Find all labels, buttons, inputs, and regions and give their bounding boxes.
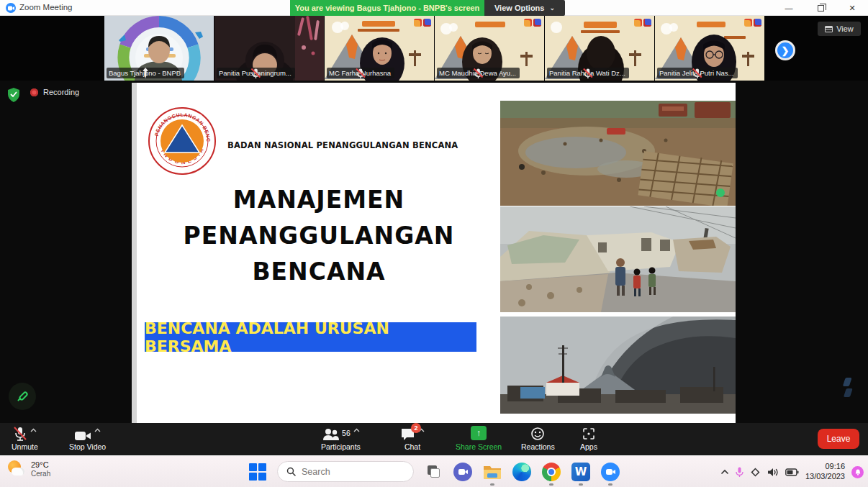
minimize-button[interactable]: — xyxy=(773,0,805,16)
taskbar-center-icons: W xyxy=(248,461,620,482)
unmute-label: Unmute xyxy=(12,442,38,451)
zoom-control-toolbar: Unmute Stop Video 56 xyxy=(0,423,868,455)
reactions-label: Reactions xyxy=(521,442,555,451)
watermark-logo xyxy=(838,377,857,399)
windows-logo-icon xyxy=(249,463,266,481)
slide-title-line: MANAJEMEN xyxy=(137,182,500,218)
clock-time: 09:16 xyxy=(805,462,845,472)
app-badge-icon xyxy=(634,19,642,27)
close-button[interactable]: ✕ xyxy=(836,0,868,16)
tray-network-icon[interactable] xyxy=(750,468,761,477)
taskbar-clock[interactable]: 09:16 13/03/2023 xyxy=(805,462,845,482)
gallery-view-icon xyxy=(825,26,833,32)
leave-button[interactable]: Leave xyxy=(818,429,859,449)
participant-tile-farha[interactable]: MC Farha Nurhasna xyxy=(325,16,434,81)
next-participants-page-button[interactable]: ❯ xyxy=(775,40,795,60)
stop-video-button[interactable]: Stop Video xyxy=(69,426,106,451)
windows-taskbar: 29°C Cerah xyxy=(0,455,868,487)
muted-mic-icon xyxy=(547,68,629,78)
word-button[interactable]: W xyxy=(571,462,591,482)
reactions-smiley-icon xyxy=(530,427,545,441)
caret-up-icon[interactable] xyxy=(30,428,37,432)
edge-browser-button[interactable] xyxy=(512,462,532,482)
shared-screen-stage: Recording PENANGGULANGAN BENCANA I N D O… xyxy=(0,81,868,423)
share-screen-icon: ↑ xyxy=(471,426,487,440)
recording-indicator[interactable]: Recording xyxy=(30,88,79,96)
view-options-button[interactable]: View Options ⌄ xyxy=(484,0,565,16)
participant-tile-puspaningrum[interactable]: Panitia Puspaningrum... xyxy=(214,16,324,81)
nameplate: MC Maudhia Dewa Ayu... xyxy=(437,68,520,78)
pencil-icon xyxy=(16,390,29,403)
participant-tile-jelita[interactable]: Panitia Jelita Putri Nas... xyxy=(655,16,764,81)
app-badge-icon xyxy=(533,19,541,27)
nameplate: Panitia Puspaningrum... xyxy=(217,68,295,78)
share-screen-button[interactable]: ↑ Share Screen xyxy=(456,426,502,451)
teams-chat-button[interactable] xyxy=(453,462,473,482)
restore-button[interactable] xyxy=(805,0,836,16)
view-layout-button[interactable]: View xyxy=(818,22,861,36)
search-input[interactable] xyxy=(302,467,395,477)
tray-battery-icon[interactable] xyxy=(785,468,799,476)
zoom-meeting-window: Zoom Meeting You are viewing Bagus Tjahj… xyxy=(0,0,868,487)
tray-volume-icon[interactable] xyxy=(767,468,779,477)
chat-button[interactable]: 2 Chat xyxy=(400,426,425,451)
slide-title-line: PENANGGULANGAN xyxy=(137,218,500,254)
video-camera-icon xyxy=(74,428,91,444)
file-explorer-button[interactable] xyxy=(482,462,502,482)
weather-sun-cloud-icon xyxy=(7,460,26,478)
apps-button[interactable]: Apps xyxy=(580,426,597,451)
caret-up-icon[interactable] xyxy=(353,428,360,432)
minimize-icon: — xyxy=(785,4,793,12)
participant-tile-maudhia[interactable]: MC Maudhia Dewa Ayu... xyxy=(435,16,544,81)
muted-mic-icon xyxy=(437,68,520,78)
slide-title-line: BENCANA xyxy=(137,254,500,290)
tile-app-badges xyxy=(524,19,541,27)
participants-icon xyxy=(322,427,339,442)
tray-mic-icon[interactable] xyxy=(736,467,743,478)
reactions-button[interactable]: Reactions xyxy=(521,426,555,451)
stop-video-label: Stop Video xyxy=(69,442,106,451)
muted-mic-icon xyxy=(13,426,27,442)
meeting-info-shield-icon[interactable] xyxy=(7,88,20,105)
participants-button[interactable]: 56 Participants xyxy=(321,426,361,451)
tile-app-badges xyxy=(744,19,761,27)
weather-widget[interactable]: 29°C Cerah xyxy=(7,460,50,478)
photo-volcano-eruption xyxy=(500,317,736,414)
nameplate: MC Farha Nurhasna xyxy=(327,68,394,78)
teams-chat-icon xyxy=(453,463,472,481)
window-titlebar: Zoom Meeting You are viewing Bagus Tjahj… xyxy=(0,0,868,16)
task-view-button[interactable] xyxy=(423,462,443,482)
pin-icon xyxy=(107,68,184,78)
notification-bell-icon[interactable] xyxy=(851,466,864,478)
caret-up-icon[interactable] xyxy=(94,428,101,432)
tray-expand-chevron-icon[interactable] xyxy=(720,469,729,475)
window-title: Zoom Meeting xyxy=(19,3,73,12)
bnpb-logo: PENANGGULANGAN BENCANA I N D O N E S I A xyxy=(148,106,217,176)
participant-tile-rahma[interactable]: Panitia Rahma Wati Dz... xyxy=(545,16,654,81)
tile-app-badges xyxy=(414,19,431,27)
screen-share-banner: You are viewing Bagus Tjahjono - BNPB's … xyxy=(290,0,484,16)
weather-desc: Cerah xyxy=(31,470,50,478)
unmute-button[interactable]: Unmute xyxy=(12,426,38,451)
weather-temp: 29°C xyxy=(31,460,50,470)
window-controls: — ✕ xyxy=(773,0,868,16)
video-thumbnail-strip: Bagus Tjahjono - BNPB P xyxy=(0,16,868,81)
zoom-app-icon xyxy=(601,463,620,481)
caret-down-icon: ⌄ xyxy=(549,4,555,12)
annotate-pencil-button[interactable] xyxy=(9,383,36,410)
org-name: BADAN NASIONAL PENANGGULANGAN BENCANA xyxy=(227,140,458,150)
zoom-app-button[interactable] xyxy=(600,462,620,482)
app-badge-icon xyxy=(744,19,752,27)
app-badge-icon xyxy=(423,19,431,27)
search-icon xyxy=(286,467,296,476)
recording-dot-icon xyxy=(30,88,38,96)
participant-tile-bagus[interactable]: Bagus Tjahjono - BNPB xyxy=(104,16,214,81)
up-arrow-icon: ↑ xyxy=(476,428,481,438)
start-button[interactable] xyxy=(248,462,268,482)
chrome-browser-button[interactable] xyxy=(541,462,561,482)
photo-flood-damage xyxy=(500,101,736,206)
taskbar-search[interactable] xyxy=(277,461,414,482)
clock-date: 13/03/2023 xyxy=(805,472,845,482)
slide-highlight-text: BENCANA ADALAH URUSAN BERSAMA xyxy=(145,319,476,355)
app-badge-icon xyxy=(524,19,532,27)
